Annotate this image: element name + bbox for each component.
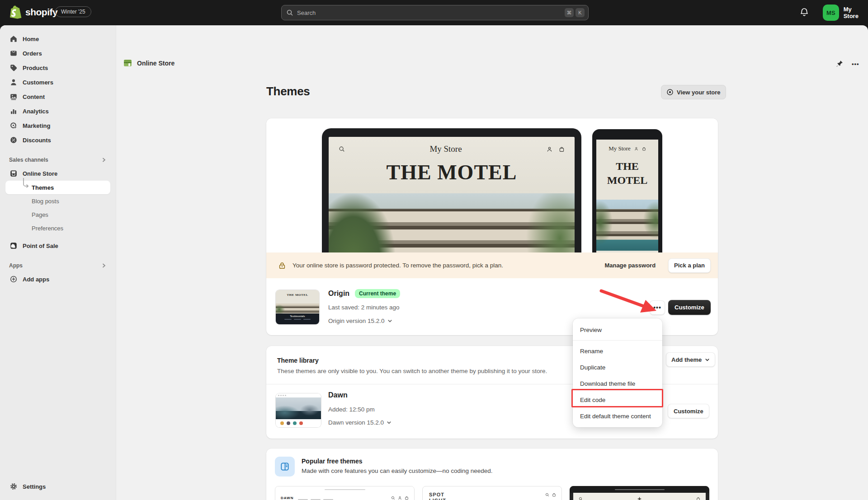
popular-themes-title: Popular free themes — [302, 458, 363, 465]
origin-theme-thumbnail[interactable]: THE MOTEL Testimonials — [276, 290, 319, 324]
page-more-button[interactable]: ••• — [852, 61, 859, 67]
sidebar-item-blog-posts[interactable]: Blog posts — [5, 194, 110, 208]
preview-nav-icons — [391, 496, 409, 500]
store-avatar: MS — [823, 5, 839, 21]
popular-theme-craft[interactable]: Sustainably crafted goods to elevate you… — [570, 486, 709, 500]
dawn-version-selector[interactable]: Dawn version 15.2.0 — [328, 419, 392, 426]
origin-version-selector[interactable]: Origin version 15.2.0 — [328, 318, 392, 324]
menu-item-preview[interactable]: Preview — [573, 322, 662, 338]
sidebar-item-content[interactable]: Content — [5, 89, 110, 104]
dawn-thumb-color-dots — [276, 419, 321, 427]
sidebar-item-customers[interactable]: Customers — [5, 75, 110, 89]
preview-nav-icons — [545, 493, 556, 497]
dawn-preview-brand: DAWN — [281, 496, 293, 500]
sales-channels-header[interactable]: Sales channels — [5, 154, 110, 166]
sidebar-item-label: Add apps — [23, 276, 49, 283]
mobile-hero-title: THE MOTEL — [596, 159, 658, 187]
desktop-preview-screen: My Store THE MOTEL — [329, 137, 575, 252]
chevron-right-icon — [101, 263, 107, 268]
sidebar-item-label: Customers — [23, 79, 53, 86]
motel-building-photo — [329, 193, 575, 252]
nav-placeholder — [298, 494, 336, 500]
view-your-store-button[interactable]: View your store — [661, 85, 726, 99]
notifications-bell-icon[interactable] — [799, 7, 810, 18]
image-icon — [9, 92, 18, 101]
dawn-added-time: Added: 12:50 pm — [328, 406, 375, 413]
spotlight-preview-brand: SPOT LIGHT — [429, 492, 446, 500]
orders-icon — [9, 49, 18, 58]
sidebar-item-point-of-sale[interactable]: Point of Sale — [5, 238, 110, 253]
origin-thumb-photo — [276, 304, 319, 313]
sidebar-item-add-apps[interactable]: Add apps — [5, 272, 110, 286]
dawn-customize-button[interactable]: Customize — [668, 404, 709, 418]
sidebar-item-preferences[interactable]: Preferences — [5, 221, 110, 235]
sidebar-item-label: Products — [23, 65, 48, 71]
dawn-theme-thumbnail[interactable] — [276, 393, 321, 427]
sidebar-item-label: Blog posts — [32, 198, 59, 205]
topbar: shopify Winter '25 ⌘ K MS My Store — [0, 0, 868, 25]
sidebar-item-analytics[interactable]: Analytics — [5, 104, 110, 118]
browser-chrome-bar — [570, 486, 709, 493]
shopify-logo[interactable]: shopify — [9, 5, 57, 19]
bar-chart-icon — [9, 107, 18, 116]
origin-customize-button[interactable]: Customize — [668, 300, 711, 315]
sidebar-item-label: Content — [23, 93, 45, 100]
sidebar-item-products[interactable]: Products — [5, 61, 110, 75]
menu-item-edit-code[interactable]: Edit code — [573, 392, 662, 408]
search-input[interactable] — [297, 9, 563, 16]
shopify-bag-icon — [9, 5, 22, 19]
theme-library-title: Theme library — [277, 357, 547, 364]
apps-label: Apps — [9, 262, 23, 269]
tag-icon — [9, 63, 18, 72]
origin-theme-name: Origin — [328, 290, 349, 298]
release-badge[interactable]: Winter '25 — [55, 6, 91, 17]
chevron-down-icon — [387, 318, 392, 323]
sidebar-item-label: Marketing — [23, 122, 50, 129]
sidebar-item-orders[interactable]: Orders — [5, 46, 110, 61]
popular-theme-dawn[interactable]: DAWN — [275, 486, 415, 500]
sidebar-item-online-store[interactable]: Online Store — [5, 166, 110, 181]
menu-item-rename[interactable]: Rename — [573, 343, 662, 359]
person-icon — [9, 78, 18, 87]
global-search[interactable]: ⌘ K — [281, 5, 589, 20]
dawn-theme-name: Dawn — [328, 391, 348, 399]
sidebar-item-discounts[interactable]: Discounts — [5, 133, 110, 147]
pick-a-plan-button[interactable]: Pick a plan — [668, 258, 711, 273]
sidebar-item-home[interactable]: Home — [5, 32, 110, 46]
desktop-preview-frame[interactable]: My Store THE MOTEL — [322, 128, 581, 252]
sidebar-item-settings[interactable]: Settings — [5, 479, 111, 494]
apps-header[interactable]: Apps — [5, 259, 110, 272]
gear-icon — [9, 482, 18, 491]
preview-hero-title: THE MOTEL — [329, 160, 575, 184]
pin-icon[interactable] — [835, 60, 844, 68]
sidebar-item-themes[interactable]: Themes — [5, 181, 110, 194]
sales-channels-label: Sales channels — [9, 157, 48, 163]
sidebar-item-pages[interactable]: Pages — [5, 208, 110, 221]
view-eye-icon — [666, 89, 674, 96]
shopify-admin: shopify Winter '25 ⌘ K MS My Store — [0, 0, 868, 500]
account-menu[interactable]: MS My Store — [823, 5, 868, 21]
store-name: My Store — [844, 6, 868, 19]
current-theme-card: My Store THE MOTEL — [266, 118, 718, 335]
preview-header-section: My Store THE MOTEL — [329, 137, 575, 193]
breadcrumb-label[interactable]: Online Store — [137, 60, 175, 67]
mobile-account-icon — [634, 147, 638, 151]
storefront-icon — [9, 169, 18, 178]
announcement-bar — [275, 486, 414, 492]
popular-themes-card: Popular free themes Made with core featu… — [266, 449, 718, 500]
menu-item-download-theme-file[interactable]: Download theme file — [573, 375, 662, 392]
password-banner: Your online store is password protected.… — [266, 252, 718, 278]
sidebar-item-label: Online Store — [23, 170, 57, 177]
add-theme-button[interactable]: Add theme — [666, 352, 715, 367]
origin-more-actions-button[interactable]: ••• — [650, 300, 665, 315]
sidebar-item-label: Point of Sale — [23, 243, 58, 249]
mobile-preview-frame[interactable]: My Store THE MOTEL What our customer say… — [592, 129, 662, 252]
manage-password-link[interactable]: Manage password — [604, 262, 656, 269]
popular-theme-spotlight[interactable]: SPOT LIGHT C C C C — [422, 486, 562, 500]
page-title: Themes — [266, 84, 310, 98]
menu-item-edit-default-theme-content[interactable]: Edit default theme content — [573, 408, 662, 424]
sidebar-item-label: Orders — [23, 50, 42, 57]
menu-item-duplicate[interactable]: Duplicate — [573, 359, 662, 375]
sidebar-item-marketing[interactable]: Marketing — [5, 118, 110, 133]
kbd-cmd: ⌘ — [565, 8, 574, 17]
